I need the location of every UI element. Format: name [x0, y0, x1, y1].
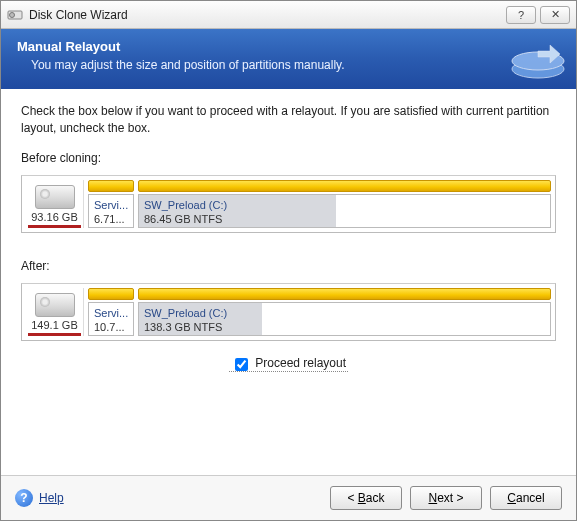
disk-cell[interactable]: 93.16 GB [26, 180, 84, 228]
disk-size-after: 149.1 GB [31, 319, 77, 331]
partition-bar [88, 180, 134, 192]
partition-bar [138, 180, 551, 192]
window-buttons: ? ✕ [506, 6, 570, 24]
disk-cell[interactable]: 149.1 GB [26, 288, 84, 336]
partition-name: SW_Preload (C:) [144, 198, 545, 212]
help-link[interactable]: ? Help [15, 489, 64, 507]
disk-layout-after: 149.1 GB Servi... 10.7... SW_Preload ( [21, 283, 556, 341]
help-text: Help [39, 491, 64, 505]
help-icon: ? [15, 489, 33, 507]
wizard-banner: Manual Relayout You may adjust the size … [1, 29, 576, 89]
app-icon [7, 7, 23, 23]
svg-point-1 [10, 12, 15, 17]
partition-bar [88, 288, 134, 300]
partition-after-1[interactable]: Servi... 10.7... [88, 288, 134, 336]
partition-name: SW_Preload (C:) [144, 306, 545, 320]
back-button[interactable]: < Back [330, 486, 402, 510]
close-window-button[interactable]: ✕ [540, 6, 570, 24]
proceed-checkbox[interactable] [235, 358, 248, 371]
disk-underline [28, 225, 81, 228]
help-window-button[interactable]: ? [506, 6, 536, 24]
banner-heading: Manual Relayout [17, 39, 560, 54]
partition-before-2[interactable]: SW_Preload (C:) 86.45 GB NTFS [138, 180, 551, 228]
proceed-checkbox-label[interactable]: Proceed relayout [229, 355, 348, 372]
next-button[interactable]: Next > [410, 486, 482, 510]
banner-subtext: You may adjust the size and position of … [17, 58, 560, 72]
cancel-button[interactable]: Cancel [490, 486, 562, 510]
instruction-text: Check the box below if you want to proce… [21, 103, 556, 137]
wizard-window: Disk Clone Wizard ? ✕ Manual Relayout Yo… [0, 0, 577, 521]
partition-bar [138, 288, 551, 300]
footer: ? Help < Back Next > Cancel [1, 475, 576, 520]
proceed-text: Proceed relayout [255, 356, 346, 370]
banner-decor-icon [506, 35, 570, 85]
hdd-icon [35, 293, 75, 317]
disk-underline [28, 333, 81, 336]
partition-before-1[interactable]: Servi... 6.71... [88, 180, 134, 228]
after-label: After: [21, 259, 556, 273]
partition-name: Servi... [94, 306, 128, 320]
titlebar: Disk Clone Wizard ? ✕ [1, 1, 576, 29]
disk-layout-before: 93.16 GB Servi... 6.71... SW_Preload ( [21, 175, 556, 233]
hdd-icon [35, 185, 75, 209]
partition-name: Servi... [94, 198, 128, 212]
content-area: Check the box below if you want to proce… [1, 89, 576, 475]
partition-size: 6.71... [94, 212, 128, 226]
partition-size: 10.7... [94, 320, 128, 334]
disk-size-before: 93.16 GB [31, 211, 77, 223]
partition-size: 86.45 GB NTFS [144, 212, 545, 226]
partition-after-2[interactable]: SW_Preload (C:) 138.3 GB NTFS [138, 288, 551, 336]
window-title: Disk Clone Wizard [29, 8, 506, 22]
proceed-row: Proceed relayout [21, 355, 556, 374]
partition-size: 138.3 GB NTFS [144, 320, 545, 334]
before-label: Before cloning: [21, 151, 556, 165]
